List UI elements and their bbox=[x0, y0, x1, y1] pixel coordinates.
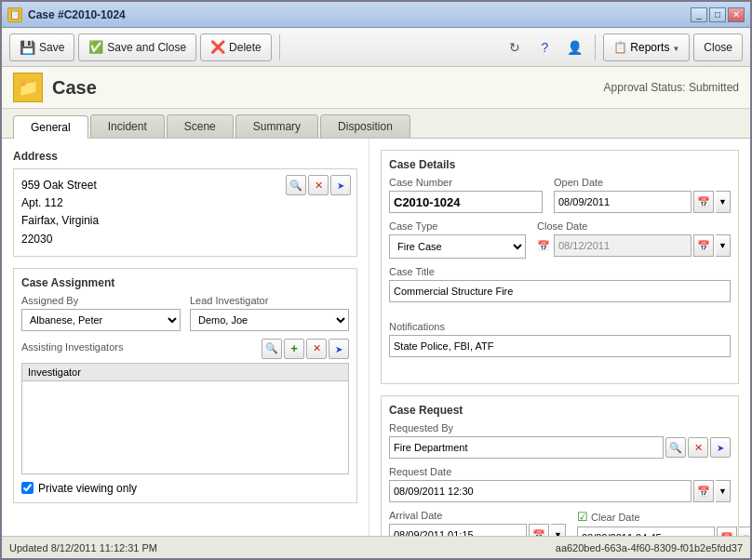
reports-dropdown-icon bbox=[672, 41, 679, 54]
status-left: Updated 8/12/2011 11:12:31 PM bbox=[9, 542, 157, 553]
left-panel: Address 959 Oak Street Apt. 112 Fairfax,… bbox=[2, 139, 369, 536]
delete-button[interactable]: Delete bbox=[200, 33, 272, 61]
case-number-row: Case Number Open Date 📅 ▼ bbox=[389, 177, 731, 213]
window-title: Case #C2010-1024 bbox=[28, 8, 685, 21]
assisting-remove-button[interactable] bbox=[306, 339, 327, 359]
requested-by-input[interactable] bbox=[389, 436, 664, 459]
case-details-section: Case Details Case Number Open Date 📅 bbox=[381, 150, 739, 384]
assisting-add-button[interactable] bbox=[284, 339, 304, 359]
delete-icon bbox=[210, 40, 225, 54]
close-cal-icon: 📅 bbox=[697, 240, 710, 252]
request-date-dropdown[interactable]: ▼ bbox=[716, 480, 731, 502]
save-close-button[interactable]: Save and Close bbox=[78, 33, 196, 61]
address-search-icon bbox=[289, 180, 302, 192]
lead-investigator-select[interactable]: Demo, Joe bbox=[190, 309, 349, 331]
refresh-icon bbox=[509, 40, 520, 55]
assist-controls bbox=[262, 339, 349, 359]
open-date-calendar[interactable]: 📅 bbox=[693, 191, 714, 213]
requested-by-label: Requested By bbox=[389, 422, 731, 433]
arrival-date-label: Arrival Date bbox=[389, 510, 566, 521]
clear-date-dropdown[interactable]: ▼ bbox=[739, 527, 750, 536]
case-icon: 📁 bbox=[13, 73, 43, 102]
requested-by-search[interactable] bbox=[665, 437, 686, 458]
address-clear-button[interactable] bbox=[308, 175, 329, 195]
status-right: aa620bed-663a-4f60-8309-f01b2e5fdd37 bbox=[556, 542, 743, 553]
right-panel: Case Details Case Number Open Date 📅 bbox=[369, 139, 750, 536]
minimize-button[interactable]: _ bbox=[691, 7, 707, 22]
notifications-input[interactable] bbox=[389, 335, 731, 357]
sync-button[interactable] bbox=[502, 34, 528, 60]
request-date-calendar[interactable]: 📅 bbox=[693, 480, 714, 502]
open-date-input[interactable] bbox=[554, 191, 692, 213]
clear-date-calendar[interactable]: 📅 bbox=[717, 527, 737, 536]
close-date-cal-icon: 📅 bbox=[537, 240, 550, 252]
case-number-label: Case Number bbox=[389, 177, 543, 188]
cal-icon: 📅 bbox=[697, 196, 710, 208]
reports-button[interactable]: Reports bbox=[603, 33, 690, 61]
help-button[interactable]: ? bbox=[531, 34, 557, 60]
save-close-label: Save and Close bbox=[107, 41, 186, 54]
main-content: Address 959 Oak Street Apt. 112 Fairfax,… bbox=[2, 139, 750, 536]
user-button[interactable]: 👤 bbox=[561, 34, 587, 60]
case-number-input[interactable] bbox=[389, 191, 543, 213]
clear-date-label: ☑ Clear Date bbox=[577, 510, 750, 524]
arrival-date-wrap: 📅 ▼ bbox=[389, 524, 566, 536]
tab-general[interactable]: General bbox=[13, 115, 88, 139]
tab-scene[interactable]: Scene bbox=[167, 114, 234, 138]
window-icon-glyph: 📋 bbox=[9, 9, 20, 20]
address-clear-icon bbox=[315, 180, 323, 192]
requested-by-clear[interactable] bbox=[688, 437, 708, 458]
case-title-input[interactable] bbox=[389, 280, 731, 302]
case-request-label: Case Request bbox=[389, 404, 731, 417]
save-button[interactable]: Save bbox=[9, 33, 74, 61]
toolbar-separator bbox=[279, 34, 280, 60]
arrival-date-dropdown[interactable]: ▼ bbox=[551, 524, 566, 536]
tab-disposition[interactable]: Disposition bbox=[320, 114, 410, 138]
request-date-input[interactable] bbox=[389, 480, 692, 502]
close-date-input[interactable] bbox=[554, 234, 692, 257]
tab-incident[interactable]: Incident bbox=[90, 114, 165, 138]
investigators-table: Investigator bbox=[21, 363, 349, 474]
close-button[interactable]: Close bbox=[693, 33, 743, 61]
case-type-col: Case Type Fire Case bbox=[389, 220, 526, 259]
maximize-button[interactable]: □ bbox=[709, 7, 726, 22]
case-type-select[interactable]: Fire Case bbox=[389, 234, 526, 259]
assigned-by-select[interactable]: Albanese, Peter bbox=[21, 309, 181, 331]
case-assignment-section: Case Assignment Assigned By Albanese, Pe… bbox=[13, 268, 357, 503]
address-label: Address bbox=[13, 150, 357, 163]
save-icon bbox=[20, 40, 35, 55]
requested-by-navigate[interactable] bbox=[710, 437, 731, 458]
case-details-label: Case Details bbox=[389, 158, 731, 171]
assisting-label: Assisting Investigators bbox=[21, 341, 123, 353]
arrival-date-input[interactable] bbox=[389, 524, 527, 536]
window-close-button[interactable]: ✕ bbox=[728, 7, 745, 22]
private-checkbox[interactable] bbox=[21, 482, 34, 494]
requested-by-wrap bbox=[389, 436, 731, 459]
open-date-label: Open Date bbox=[554, 177, 731, 188]
close-date-calendar[interactable]: 📅 bbox=[693, 234, 714, 257]
clear-date-input[interactable] bbox=[577, 527, 715, 536]
address-navigate-button[interactable] bbox=[330, 175, 351, 195]
case-assignment-label: Case Assignment bbox=[21, 276, 349, 289]
arrival-date-calendar[interactable]: 📅 bbox=[529, 524, 549, 536]
lead-investigator-label: Lead Investigator bbox=[190, 295, 349, 306]
window-icon: 📋 bbox=[7, 7, 22, 22]
assisting-search-icon bbox=[265, 342, 278, 354]
clear-date-checkbox-icon: ☑ bbox=[577, 510, 588, 524]
assisting-search-button[interactable] bbox=[262, 339, 282, 359]
status-bar: Updated 8/12/2011 11:12:31 PM aa620bed-6… bbox=[2, 536, 750, 558]
toolbar: Save Save and Close Delete ? 👤 Reports C… bbox=[2, 28, 750, 67]
private-label: Private viewing only bbox=[38, 482, 137, 495]
tab-summary[interactable]: Summary bbox=[235, 114, 318, 138]
open-date-dropdown[interactable]: ▼ bbox=[716, 191, 731, 213]
case-icon-glyph: 📁 bbox=[18, 77, 38, 98]
close-date-col: Close Date 📅 📅 ▼ bbox=[537, 220, 731, 259]
approval-status: Approval Status: Submitted bbox=[604, 81, 739, 94]
close-date-dropdown[interactable]: ▼ bbox=[716, 234, 731, 257]
assisting-navigate-button[interactable] bbox=[329, 339, 349, 359]
case-type-label: Case Type bbox=[389, 220, 526, 232]
clear-date-wrap: 📅 ▼ bbox=[577, 527, 750, 536]
page-title: Case bbox=[52, 77, 604, 99]
address-search-button[interactable] bbox=[286, 175, 306, 195]
case-type-wrap: Fire Case bbox=[389, 234, 526, 259]
